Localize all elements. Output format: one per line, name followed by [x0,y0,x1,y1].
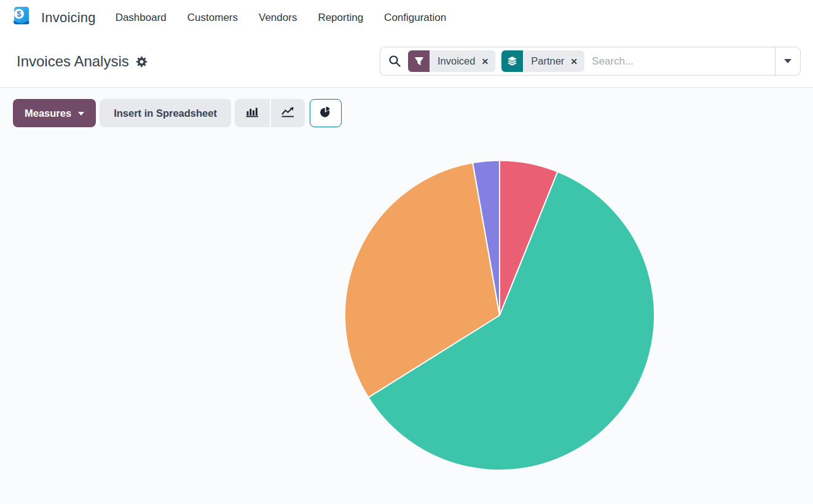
filter-icon [408,50,430,72]
bar-chart-button[interactable] [235,99,270,127]
facet-label: Partner [531,55,564,67]
nav-item-vendors[interactable]: Vendors [259,12,297,24]
facet-remove-button[interactable]: ✕ [481,57,489,66]
pie-chart [340,156,659,475]
graph-toolbar: Measures Insert in Spreadsheet [13,99,342,127]
gear-icon[interactable] [136,56,147,68]
control-panel: Invoices Analysis [0,35,813,88]
search-icon [388,55,401,68]
bar-chart-icon [245,106,259,120]
nav-item-customers[interactable]: Customers [187,12,238,24]
measures-label: Measures [25,108,71,119]
insert-in-spreadsheet-button[interactable]: Insert in Spreadsheet [100,99,231,127]
main-menu: Dashboard Customers Vendors Reporting Co… [116,12,447,24]
search-bar: Invoiced ✕ Partner ✕ [380,47,801,76]
search-facet-invoiced: Invoiced ✕ [408,50,495,72]
apps-menu-button[interactable]: $ Invoicing [10,5,96,30]
navbar: $ Invoicing Dashboard Customers Vendors … [0,0,813,35]
nav-item-reporting[interactable]: Reporting [318,12,363,24]
nav-item-configuration[interactable]: Configuration [384,12,446,24]
chevron-down-icon [78,112,84,116]
invoice-dollar-icon: $ [10,5,33,30]
pie-chart-button[interactable] [310,99,342,127]
layers-icon [501,50,523,72]
measures-button[interactable]: Measures [13,99,96,127]
search-facet-partner: Partner ✕ [501,50,584,72]
facet-remove-button[interactable]: ✕ [570,57,578,66]
page: $ Invoicing Dashboard Customers Vendors … [0,0,813,504]
dollar-glyph: $ [17,10,22,18]
app-name: Invoicing [41,10,96,26]
line-chart-icon [281,106,295,120]
search-options-toggle[interactable] [775,47,800,75]
insert-label: Insert in Spreadsheet [114,108,217,119]
pie-chart-icon [319,106,332,120]
page-title: Invoices Analysis [17,53,129,70]
chevron-down-icon [784,59,791,63]
search-input[interactable] [591,55,775,68]
nav-item-dashboard[interactable]: Dashboard [116,12,167,24]
chart-type-group [235,99,305,127]
facet-label: Invoiced [438,55,475,67]
line-chart-button[interactable] [270,99,305,127]
